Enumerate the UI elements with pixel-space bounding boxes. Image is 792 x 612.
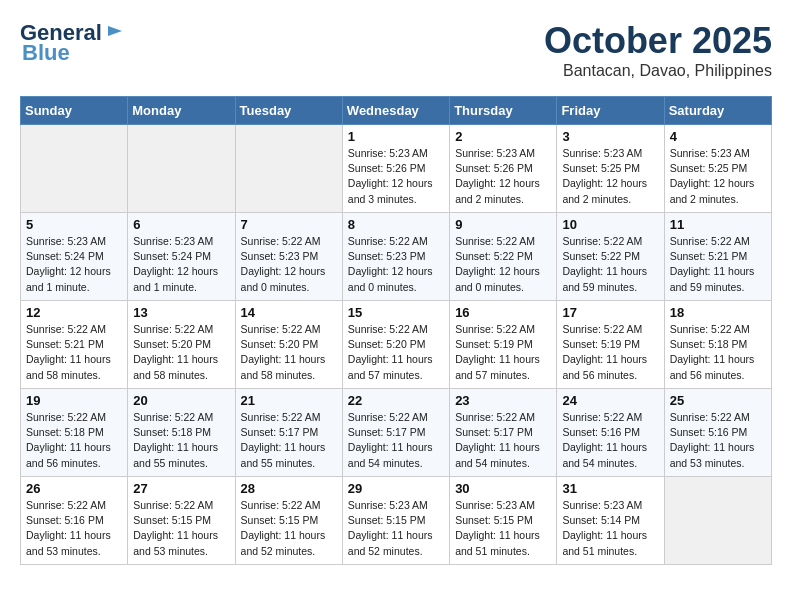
weekday-header: Sunday (21, 97, 128, 125)
day-number: 7 (241, 217, 337, 232)
calendar-cell: 17Sunrise: 5:22 AM Sunset: 5:19 PM Dayli… (557, 301, 664, 389)
calendar-cell: 29Sunrise: 5:23 AM Sunset: 5:15 PM Dayli… (342, 477, 449, 565)
location: Bantacan, Davao, Philippines (544, 62, 772, 80)
cell-info: Sunrise: 5:22 AM Sunset: 5:22 PM Dayligh… (455, 234, 551, 295)
cell-info: Sunrise: 5:22 AM Sunset: 5:15 PM Dayligh… (133, 498, 229, 559)
cell-info: Sunrise: 5:23 AM Sunset: 5:25 PM Dayligh… (562, 146, 658, 207)
day-number: 13 (133, 305, 229, 320)
day-number: 22 (348, 393, 444, 408)
day-number: 30 (455, 481, 551, 496)
calendar-cell: 3Sunrise: 5:23 AM Sunset: 5:25 PM Daylig… (557, 125, 664, 213)
day-number: 4 (670, 129, 766, 144)
calendar-cell: 4Sunrise: 5:23 AM Sunset: 5:25 PM Daylig… (664, 125, 771, 213)
calendar-cell: 21Sunrise: 5:22 AM Sunset: 5:17 PM Dayli… (235, 389, 342, 477)
calendar-cell: 6Sunrise: 5:23 AM Sunset: 5:24 PM Daylig… (128, 213, 235, 301)
cell-info: Sunrise: 5:23 AM Sunset: 5:24 PM Dayligh… (26, 234, 122, 295)
cell-info: Sunrise: 5:23 AM Sunset: 5:15 PM Dayligh… (455, 498, 551, 559)
day-number: 12 (26, 305, 122, 320)
calendar-cell: 13Sunrise: 5:22 AM Sunset: 5:20 PM Dayli… (128, 301, 235, 389)
day-number: 15 (348, 305, 444, 320)
calendar-cell: 10Sunrise: 5:22 AM Sunset: 5:22 PM Dayli… (557, 213, 664, 301)
cell-info: Sunrise: 5:22 AM Sunset: 5:17 PM Dayligh… (348, 410, 444, 471)
cell-info: Sunrise: 5:22 AM Sunset: 5:18 PM Dayligh… (133, 410, 229, 471)
day-number: 19 (26, 393, 122, 408)
cell-info: Sunrise: 5:22 AM Sunset: 5:19 PM Dayligh… (455, 322, 551, 383)
calendar-table: SundayMondayTuesdayWednesdayThursdayFrid… (20, 96, 772, 565)
cell-info: Sunrise: 5:22 AM Sunset: 5:16 PM Dayligh… (26, 498, 122, 559)
cell-info: Sunrise: 5:22 AM Sunset: 5:21 PM Dayligh… (26, 322, 122, 383)
cell-info: Sunrise: 5:22 AM Sunset: 5:16 PM Dayligh… (670, 410, 766, 471)
weekday-header: Friday (557, 97, 664, 125)
cell-info: Sunrise: 5:22 AM Sunset: 5:17 PM Dayligh… (455, 410, 551, 471)
calendar-cell: 25Sunrise: 5:22 AM Sunset: 5:16 PM Dayli… (664, 389, 771, 477)
day-number: 18 (670, 305, 766, 320)
calendar-cell: 16Sunrise: 5:22 AM Sunset: 5:19 PM Dayli… (450, 301, 557, 389)
day-number: 3 (562, 129, 658, 144)
cell-info: Sunrise: 5:22 AM Sunset: 5:20 PM Dayligh… (133, 322, 229, 383)
cell-info: Sunrise: 5:23 AM Sunset: 5:26 PM Dayligh… (348, 146, 444, 207)
weekday-header: Tuesday (235, 97, 342, 125)
cell-info: Sunrise: 5:22 AM Sunset: 5:20 PM Dayligh… (241, 322, 337, 383)
day-number: 28 (241, 481, 337, 496)
cell-info: Sunrise: 5:23 AM Sunset: 5:24 PM Dayligh… (133, 234, 229, 295)
calendar-week-row: 1Sunrise: 5:23 AM Sunset: 5:26 PM Daylig… (21, 125, 772, 213)
logo-icon (104, 20, 126, 42)
cell-info: Sunrise: 5:22 AM Sunset: 5:19 PM Dayligh… (562, 322, 658, 383)
weekday-header: Thursday (450, 97, 557, 125)
calendar-cell (235, 125, 342, 213)
title-area: October 2025 Bantacan, Davao, Philippine… (544, 20, 772, 80)
day-number: 29 (348, 481, 444, 496)
day-number: 17 (562, 305, 658, 320)
calendar-cell: 11Sunrise: 5:22 AM Sunset: 5:21 PM Dayli… (664, 213, 771, 301)
calendar-cell: 18Sunrise: 5:22 AM Sunset: 5:18 PM Dayli… (664, 301, 771, 389)
cell-info: Sunrise: 5:22 AM Sunset: 5:21 PM Dayligh… (670, 234, 766, 295)
day-number: 10 (562, 217, 658, 232)
cell-info: Sunrise: 5:22 AM Sunset: 5:15 PM Dayligh… (241, 498, 337, 559)
calendar-cell: 20Sunrise: 5:22 AM Sunset: 5:18 PM Dayli… (128, 389, 235, 477)
day-number: 16 (455, 305, 551, 320)
calendar-cell: 8Sunrise: 5:22 AM Sunset: 5:23 PM Daylig… (342, 213, 449, 301)
cell-info: Sunrise: 5:22 AM Sunset: 5:23 PM Dayligh… (241, 234, 337, 295)
day-number: 26 (26, 481, 122, 496)
cell-info: Sunrise: 5:22 AM Sunset: 5:23 PM Dayligh… (348, 234, 444, 295)
day-number: 2 (455, 129, 551, 144)
weekday-header: Wednesday (342, 97, 449, 125)
calendar-cell: 22Sunrise: 5:22 AM Sunset: 5:17 PM Dayli… (342, 389, 449, 477)
calendar-week-row: 12Sunrise: 5:22 AM Sunset: 5:21 PM Dayli… (21, 301, 772, 389)
calendar-cell: 19Sunrise: 5:22 AM Sunset: 5:18 PM Dayli… (21, 389, 128, 477)
day-number: 11 (670, 217, 766, 232)
day-number: 25 (670, 393, 766, 408)
calendar-cell: 9Sunrise: 5:22 AM Sunset: 5:22 PM Daylig… (450, 213, 557, 301)
calendar-cell: 30Sunrise: 5:23 AM Sunset: 5:15 PM Dayli… (450, 477, 557, 565)
day-number: 14 (241, 305, 337, 320)
calendar-cell: 12Sunrise: 5:22 AM Sunset: 5:21 PM Dayli… (21, 301, 128, 389)
weekday-header: Saturday (664, 97, 771, 125)
calendar-cell: 15Sunrise: 5:22 AM Sunset: 5:20 PM Dayli… (342, 301, 449, 389)
calendar-cell: 28Sunrise: 5:22 AM Sunset: 5:15 PM Dayli… (235, 477, 342, 565)
calendar-cell (664, 477, 771, 565)
cell-info: Sunrise: 5:22 AM Sunset: 5:18 PM Dayligh… (26, 410, 122, 471)
day-number: 31 (562, 481, 658, 496)
calendar-week-row: 19Sunrise: 5:22 AM Sunset: 5:18 PM Dayli… (21, 389, 772, 477)
cell-info: Sunrise: 5:23 AM Sunset: 5:25 PM Dayligh… (670, 146, 766, 207)
month-title: October 2025 (544, 20, 772, 62)
logo: General Blue (20, 20, 126, 66)
day-number: 6 (133, 217, 229, 232)
calendar-cell: 23Sunrise: 5:22 AM Sunset: 5:17 PM Dayli… (450, 389, 557, 477)
cell-info: Sunrise: 5:22 AM Sunset: 5:22 PM Dayligh… (562, 234, 658, 295)
calendar-cell (128, 125, 235, 213)
day-number: 9 (455, 217, 551, 232)
day-number: 21 (241, 393, 337, 408)
calendar-cell (21, 125, 128, 213)
calendar-week-row: 5Sunrise: 5:23 AM Sunset: 5:24 PM Daylig… (21, 213, 772, 301)
calendar-week-row: 26Sunrise: 5:22 AM Sunset: 5:16 PM Dayli… (21, 477, 772, 565)
cell-info: Sunrise: 5:22 AM Sunset: 5:18 PM Dayligh… (670, 322, 766, 383)
calendar-cell: 1Sunrise: 5:23 AM Sunset: 5:26 PM Daylig… (342, 125, 449, 213)
cell-info: Sunrise: 5:22 AM Sunset: 5:17 PM Dayligh… (241, 410, 337, 471)
calendar-cell: 26Sunrise: 5:22 AM Sunset: 5:16 PM Dayli… (21, 477, 128, 565)
calendar-cell: 2Sunrise: 5:23 AM Sunset: 5:26 PM Daylig… (450, 125, 557, 213)
day-number: 24 (562, 393, 658, 408)
calendar-cell: 14Sunrise: 5:22 AM Sunset: 5:20 PM Dayli… (235, 301, 342, 389)
calendar-header-row: SundayMondayTuesdayWednesdayThursdayFrid… (21, 97, 772, 125)
cell-info: Sunrise: 5:23 AM Sunset: 5:14 PM Dayligh… (562, 498, 658, 559)
